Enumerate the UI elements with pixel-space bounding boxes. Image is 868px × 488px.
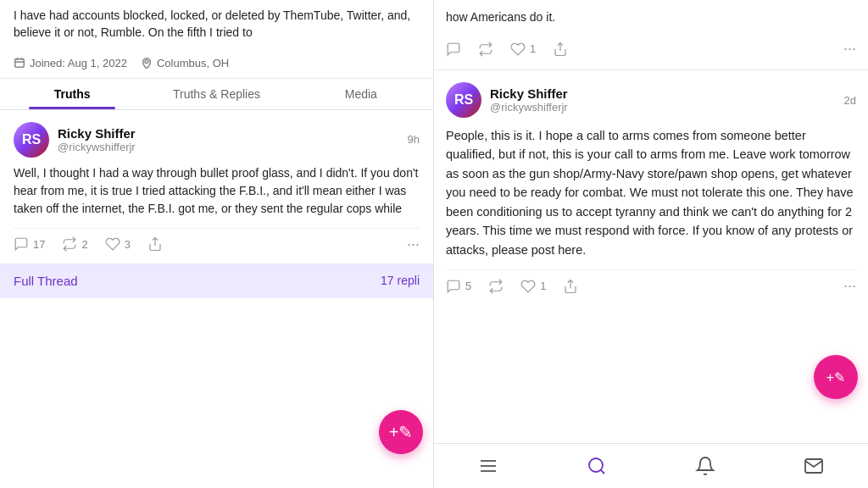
right-avatar-image: RS xyxy=(446,82,481,118)
bell-icon xyxy=(695,456,715,476)
right-top-like[interactable]: 1 xyxy=(510,42,536,57)
left-panel: I have had accounts blocked, locked, or … xyxy=(0,0,434,488)
full-thread-link[interactable]: Full Thread xyxy=(14,274,78,288)
right-panel: how Americans do it. 1 xyxy=(434,0,868,488)
right-main-post: RS Ricky Shiffer @rickywshifferjr 2d Peo… xyxy=(434,70,868,313)
avatar-image: RS xyxy=(14,122,49,158)
like-action[interactable]: 3 xyxy=(105,236,131,252)
compose-fab-left[interactable]: +✎ xyxy=(379,410,423,454)
user-handle: @rickywshifferjr xyxy=(58,141,136,153)
nav-notifications[interactable] xyxy=(682,452,729,480)
joined-text: Joined: Aug 1, 2022 xyxy=(30,57,127,69)
share-icon-right xyxy=(563,279,578,294)
user-name: Ricky Shiffer xyxy=(58,126,136,141)
right-user-handle: @rickywshifferjr xyxy=(490,101,568,114)
comment-icon-right xyxy=(446,279,461,294)
avatar: RS xyxy=(14,122,49,158)
tabs-row: Truths Truths & Replies Media xyxy=(0,79,433,110)
svg-point-11 xyxy=(589,458,603,472)
full-thread-bar[interactable]: Full Thread 17 repli xyxy=(0,263,433,298)
right-comment-action[interactable]: 5 xyxy=(446,279,471,294)
right-comment-count: 5 xyxy=(465,280,471,292)
right-user-name: Ricky Shiffer xyxy=(490,86,568,101)
user-info: Ricky Shiffer @rickywshifferjr xyxy=(58,126,136,153)
right-like-action[interactable]: 1 xyxy=(520,279,546,294)
compose-icon-right: +✎ xyxy=(826,369,845,385)
svg-rect-0 xyxy=(15,59,25,68)
comment-action[interactable]: 17 xyxy=(14,236,45,252)
retruth-icon-right-top xyxy=(478,42,493,57)
menu-icon xyxy=(478,456,498,476)
heart-icon-right-top xyxy=(510,42,526,57)
nav-search[interactable] xyxy=(573,452,620,480)
right-like-count: 1 xyxy=(540,280,546,292)
calendar-icon xyxy=(14,57,25,69)
post-header: RS Ricky Shiffer @rickywshifferjr 9h xyxy=(14,122,420,158)
right-post-time: 2d xyxy=(844,94,856,107)
right-main-wrapper: RS Ricky Shiffer @rickywshifferjr 2d Peo… xyxy=(434,70,868,443)
comment-count: 17 xyxy=(33,238,45,251)
location-meta: Columbus, OH xyxy=(141,57,229,69)
retruth-action[interactable]: 2 xyxy=(62,236,87,252)
right-top-more[interactable]: ··· xyxy=(843,40,856,58)
heart-icon-right xyxy=(520,279,536,294)
left-post-card: RS Ricky Shiffer @rickywshifferjr 9h Wel… xyxy=(0,110,433,260)
right-top-comment[interactable] xyxy=(446,42,461,57)
bottom-nav xyxy=(434,443,868,488)
nav-menu[interactable] xyxy=(465,452,512,480)
post-header-left: RS Ricky Shiffer @rickywshifferjr xyxy=(14,122,136,158)
post-body: Well, I thought I had a way through bull… xyxy=(14,164,420,218)
nav-mail[interactable] xyxy=(790,452,837,480)
svg-line-12 xyxy=(601,470,604,474)
right-top-post: how Americans do it. 1 xyxy=(434,0,868,70)
right-post-actions: 5 1 xyxy=(446,269,856,302)
right-post-body: People, this is it. I hope a call to arm… xyxy=(446,126,856,259)
svg-point-4 xyxy=(145,60,148,64)
share-action[interactable] xyxy=(147,236,163,252)
share-icon xyxy=(147,236,163,252)
right-top-share[interactable] xyxy=(553,42,568,57)
like-count: 3 xyxy=(125,238,131,251)
bio-text: I have had accounts blocked, locked, or … xyxy=(14,7,420,42)
compose-fab-right[interactable]: +✎ xyxy=(814,355,858,399)
right-user-info: Ricky Shiffer @rickywshifferjr xyxy=(490,86,568,114)
share-icon-right-top xyxy=(553,42,568,57)
right-top-retruth[interactable] xyxy=(478,42,493,57)
mail-icon xyxy=(804,456,824,476)
compose-icon: +✎ xyxy=(389,422,414,442)
comment-icon xyxy=(14,236,29,252)
right-top-body: how Americans do it. xyxy=(446,8,856,26)
tab-media[interactable]: Media xyxy=(289,79,433,109)
comment-icon-right-top xyxy=(446,42,461,57)
right-top-actions: 1 ··· xyxy=(446,33,856,61)
left-post-wrapper: RS Ricky Shiffer @rickywshifferjr 9h Wel… xyxy=(0,110,433,488)
retruth-icon xyxy=(62,236,77,252)
more-options[interactable]: ··· xyxy=(407,236,420,253)
location-icon xyxy=(141,57,153,69)
replies-badge: 17 repli xyxy=(381,274,420,287)
heart-icon xyxy=(105,236,120,252)
right-share-action[interactable] xyxy=(563,279,578,294)
right-more-options[interactable]: ··· xyxy=(843,277,856,295)
search-icon xyxy=(587,456,607,476)
bio-section: I have had accounts blocked, locked, or … xyxy=(0,0,433,79)
meta-row: Joined: Aug 1, 2022 Columbus, OH xyxy=(14,50,420,78)
location-text: Columbus, OH xyxy=(157,57,229,69)
post-actions: 17 2 3 xyxy=(14,228,420,260)
joined-meta: Joined: Aug 1, 2022 xyxy=(14,57,127,69)
right-retruth-action[interactable] xyxy=(488,279,504,294)
tab-truths[interactable]: Truths xyxy=(0,79,144,109)
right-post-header: RS Ricky Shiffer @rickywshifferjr 2d xyxy=(446,82,856,118)
retruth-count: 2 xyxy=(81,238,87,251)
post-time: 9h xyxy=(408,133,420,146)
right-post-header-left: RS Ricky Shiffer @rickywshifferjr xyxy=(446,82,568,118)
right-top-like-count: 1 xyxy=(530,42,536,55)
retruth-icon-right xyxy=(488,279,504,294)
right-avatar: RS xyxy=(446,82,481,118)
tab-truths-replies[interactable]: Truths & Replies xyxy=(144,79,288,109)
